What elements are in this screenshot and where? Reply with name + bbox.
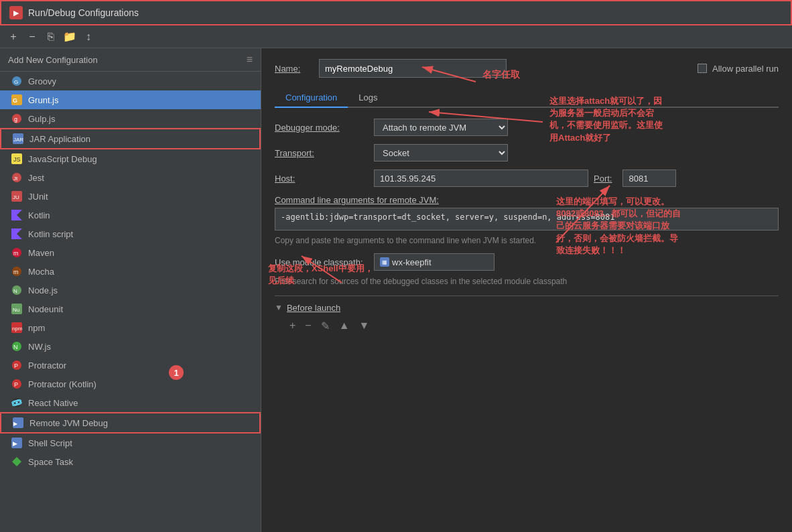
svg-text:m: m xyxy=(13,250,19,257)
svg-point-35 xyxy=(15,401,18,404)
svg-text:Nu: Nu xyxy=(13,307,19,313)
svg-text:g: g xyxy=(14,116,17,123)
sidebar-item-gruntjs[interactable]: G Grunt.js xyxy=(0,90,261,109)
sidebar-item-label-nodejs: Node.js xyxy=(28,285,58,295)
grunt-icon: G xyxy=(11,94,23,106)
cmd-args-box[interactable]: -agentlib:jdwp=transport=dt_socket, serv… xyxy=(275,208,779,230)
kotlin-script-icon xyxy=(11,228,23,240)
module-select-box[interactable]: ▦ wx-keepfit xyxy=(374,253,494,271)
sidebar-item-npm[interactable]: npm npm xyxy=(0,318,261,337)
svg-text:JAR: JAR xyxy=(13,137,23,143)
sidebar-list: G Groovy G Grunt.js g Gulp.js JAR xyxy=(0,72,261,532)
sidebar-item-nodejs[interactable]: N Node.js xyxy=(0,281,261,300)
mocha-icon: m xyxy=(11,265,23,277)
host-label: Host: xyxy=(275,174,369,184)
sidebar-item-jsdebug[interactable]: JS JavaScript Debug xyxy=(0,149,261,168)
nodeunit-icon: Nu xyxy=(11,303,23,315)
remote-jvm-icon: ▶ xyxy=(12,417,24,429)
sidebar-item-nodeunit[interactable]: Nu Nodeunit xyxy=(0,300,261,318)
sidebar-item-reactnative[interactable]: React Native xyxy=(0,393,261,412)
svg-text:JS: JS xyxy=(13,156,21,163)
svg-marker-14 xyxy=(11,210,22,220)
before-launch-header: ▼ Before launch xyxy=(275,303,779,313)
sidebar-item-label-shellscript: Shell Script xyxy=(28,438,72,448)
before-launch-remove-button[interactable]: − xyxy=(302,318,314,334)
sidebar-item-gulpjs[interactable]: g Gulp.js xyxy=(0,109,261,128)
sidebar-item-protractor[interactable]: P Protractor xyxy=(0,356,261,375)
host-input[interactable] xyxy=(374,170,588,187)
before-launch-up-button[interactable]: ▲ xyxy=(336,318,352,334)
sidebar-item-protractorkotlin[interactable]: P Protractor (Kotlin) xyxy=(0,375,261,393)
cmd-hint: Copy and paste the arguments to the comm… xyxy=(275,236,779,245)
debugger-mode-label: Debugger mode: xyxy=(275,123,369,133)
port-input[interactable] xyxy=(622,170,676,187)
app-icon: ▶ xyxy=(9,6,23,19)
gulp-icon: g xyxy=(11,113,23,125)
sidebar-item-label-spacetask: Space Task xyxy=(28,457,73,467)
sidebar-item-groovy[interactable]: G Groovy xyxy=(0,72,261,90)
svg-text:N: N xyxy=(13,344,18,350)
folder-button[interactable]: 📁 xyxy=(62,29,78,45)
allow-parallel-checkbox[interactable] xyxy=(698,64,707,73)
jest-icon: Jt xyxy=(11,172,23,184)
add-config-button[interactable]: + xyxy=(5,29,21,45)
port-row: Port: xyxy=(594,170,676,187)
sidebar-item-kotlinscript[interactable]: Kotlin script xyxy=(0,224,261,243)
sidebar-item-shellscript[interactable]: ▶ Shell Script xyxy=(0,434,261,452)
sidebar-item-kotlin[interactable]: Kotlin xyxy=(0,206,261,224)
react-native-icon xyxy=(11,397,23,409)
sidebar-item-junit[interactable]: JU JUnit xyxy=(0,187,261,206)
npm-icon: npm xyxy=(11,322,23,334)
svg-text:▶: ▶ xyxy=(13,440,17,447)
junit-icon: JU xyxy=(11,190,23,202)
sidebar-item-label-npm: npm xyxy=(28,323,45,333)
sidebar-item-label-nwjs: NW.js xyxy=(28,342,51,352)
sidebar-item-maven[interactable]: m Maven xyxy=(0,243,261,262)
add-new-config-button[interactable]: Add New Configuration ≡ xyxy=(0,48,261,72)
before-launch-down-button[interactable]: ▼ xyxy=(356,318,373,334)
module-hint: First search for sources of the debugged… xyxy=(275,276,779,287)
sidebar-item-label-protractor: Protractor xyxy=(28,360,66,371)
sidebar-item-label-jest: Jest xyxy=(28,173,44,183)
sidebar-item-label-protractorkotlin: Protractor (Kotlin) xyxy=(28,379,96,389)
sidebar-item-label-jar: JAR Application xyxy=(29,134,90,144)
sidebar-item-label-remotejvm: Remote JVM Debug xyxy=(29,418,108,428)
debugger-mode-field: Debugger mode: Attach to remote JVM List… xyxy=(275,119,779,136)
remove-config-button[interactable]: − xyxy=(24,29,40,45)
sidebar-item-label-groovy: Groovy xyxy=(28,76,56,86)
sidebar-item-spacetask[interactable]: Space Task xyxy=(0,452,261,471)
name-input[interactable] xyxy=(319,59,507,78)
svg-text:P: P xyxy=(14,362,18,369)
sidebar-item-label-reactnative: React Native xyxy=(28,398,78,408)
expand-icon: ▼ xyxy=(275,303,283,312)
host-port-field: Host: Port: xyxy=(275,170,779,187)
tab-configuration[interactable]: Configuration xyxy=(275,88,348,108)
transport-label: Transport: xyxy=(275,148,369,158)
allow-parallel-label: Allow parallel run xyxy=(712,64,779,74)
module-classpath-row: Use module classpath: ▦ wx-keepfit xyxy=(275,253,779,271)
sidebar-item-jar[interactable]: JAR JAR Application xyxy=(0,128,261,149)
toolbar: + − ⎘ 📁 ↕ xyxy=(0,25,792,48)
sidebar-item-mocha[interactable]: m Mocha xyxy=(0,262,261,281)
name-row: Name: Allow parallel run xyxy=(275,59,779,78)
transport-select[interactable]: Socket Shared memory xyxy=(374,144,508,161)
module-icon: ▦ xyxy=(380,257,389,267)
before-launch-label: Before launch xyxy=(287,303,340,313)
sidebar-item-remotejvm[interactable]: ▶ Remote JVM Debug xyxy=(0,412,261,434)
tab-logs[interactable]: Logs xyxy=(348,88,388,108)
sidebar-item-label-gulpjs: Gulp.js xyxy=(28,114,55,124)
before-launch-add-button[interactable]: + xyxy=(287,318,298,334)
debugger-mode-select[interactable]: Attach to remote JVM Listen to remote JV… xyxy=(374,119,508,136)
svg-text:▶: ▶ xyxy=(13,421,18,427)
sidebar-item-nwjs[interactable]: N NW.js xyxy=(0,337,261,356)
sidebar-item-label-gruntjs: Grunt.js xyxy=(28,95,59,105)
tabs: Configuration Logs xyxy=(275,88,779,108)
add-config-expand-icon: ≡ xyxy=(247,54,253,66)
before-launch-edit-button[interactable]: ✎ xyxy=(318,318,332,334)
space-task-icon xyxy=(11,456,23,468)
allow-parallel-row: Allow parallel run xyxy=(698,64,779,74)
maven-icon: m xyxy=(11,247,23,259)
sort-button[interactable]: ↕ xyxy=(80,29,96,45)
sidebar-item-jest[interactable]: Jt Jest xyxy=(0,168,261,187)
copy-config-button[interactable]: ⎘ xyxy=(43,29,59,45)
